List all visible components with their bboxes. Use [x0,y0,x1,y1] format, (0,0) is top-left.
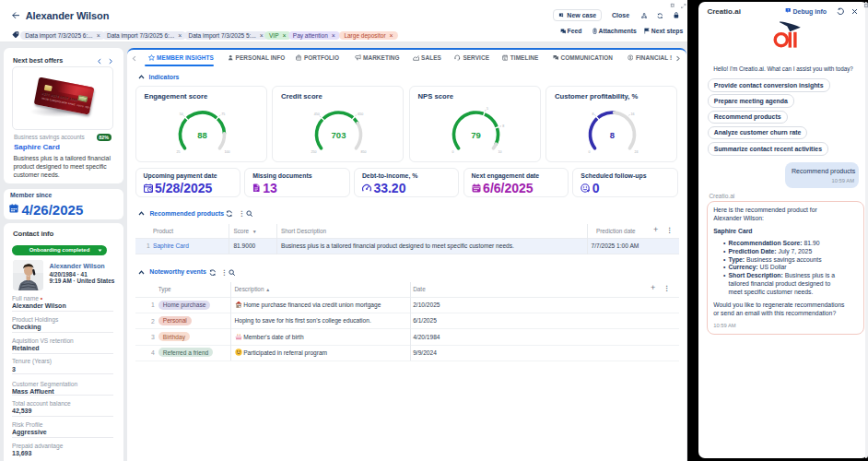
svg-text:50: 50 [179,112,182,116]
svg-text:5: 5 [486,107,487,111]
svg-text:16: 16 [631,112,635,116]
svg-text:100: 100 [224,150,229,154]
svg-text:450: 450 [314,112,320,116]
svg-text:79: 79 [471,130,481,140]
svg-text:0: 0 [589,150,591,154]
svg-text:8: 8 [592,112,594,116]
svg-text:0: 0 [452,150,453,154]
svg-text:8: 8 [502,124,504,128]
svg-text:703: 703 [332,130,346,140]
svg-text:75: 75 [221,112,225,116]
svg-text:25: 25 [176,150,180,154]
svg-text:650: 650 [358,112,363,116]
svg-text:10: 10 [498,150,501,154]
svg-text:8: 8 [610,130,615,140]
svg-text:250: 250 [311,150,317,154]
svg-text:24: 24 [635,150,639,154]
svg-text:88: 88 [197,130,207,140]
svg-text:850: 850 [361,150,367,154]
